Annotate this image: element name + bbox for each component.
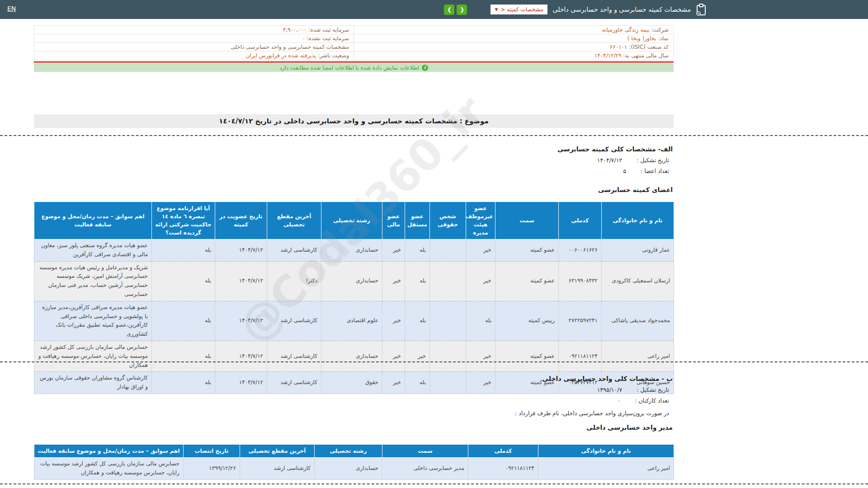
chevron-down-icon: ▼ xyxy=(495,7,498,12)
staff-count-value: ۰ xyxy=(618,397,621,404)
manager-row-1: امیر راعی ۰۹۲۱۱۸۱۱۲۴ مدیر حسابرسی داخلی … xyxy=(34,458,674,480)
manager-degree: کارشناسی ارشد xyxy=(240,458,315,480)
member-legal-entity xyxy=(430,261,466,301)
report-type-dropdown[interactable]: مشخصات کمیته < ▼ xyxy=(491,5,547,14)
issuer-status-label: وضعیت ناشر: xyxy=(318,52,349,59)
section-b-title: ب - مشخصات کلی واحد حسابرسی داخلی xyxy=(34,375,674,382)
member-degree: کارشناسی ارشد xyxy=(267,301,321,341)
member-declaration: بله xyxy=(152,301,215,341)
member-row-3: محمدجواد صدیقی پاشاکی ۲۷۲۲۵۹۷۲۴۱ رییس کم… xyxy=(34,301,674,341)
company-info-table: شرکت:بیمه زندگی خاورمیانه سرمایه ثبت شده… xyxy=(34,25,674,60)
outsourcing-label: در صورت برون‌سپاری واحد حسابرسی داخلی، ن… xyxy=(515,410,669,417)
member-date: ۱۴۰۴/۷/۱۲ xyxy=(215,341,267,371)
member-field: حسابداری xyxy=(321,261,382,301)
topbar-cluster: مشخصات کمیته حسابرسی و واحد حسابرسی داخل… xyxy=(444,0,706,19)
member-field: علوم اقتصادی xyxy=(321,301,382,341)
member-fullname: ارسلان اسمعیلی کاکرودی xyxy=(602,261,674,301)
unit-formation-date: تاریخ تشکیل : ۱۳۹۵/۱۰/۷ xyxy=(34,386,674,393)
manager-background: حسابرس مالی سازمان بازرسی کل کشور ارشد م… xyxy=(34,458,184,480)
top-navigation-bar: EN مشخصات کمیته حسابرسی و واحد حسابرسی د… xyxy=(0,0,868,19)
member-position: عضو کمیته xyxy=(495,341,559,371)
unit-staff-count: تعداد کارکنان : ۰ xyxy=(34,397,674,404)
member-legal-entity xyxy=(430,341,466,371)
committee-member-count: تعداد اعضا : ۵ xyxy=(34,168,674,174)
col-header-fullname: نام و نام خانوادگی xyxy=(538,445,674,458)
member-financial: خیر xyxy=(382,301,405,341)
members-header-row: نام و نام خانوادگی کدملی سمت عضو غیرموظف… xyxy=(34,202,674,239)
section-a-title: الف- مشخصات کلی کمیته حسابرسی xyxy=(34,145,674,153)
report-name-cell: مشخصات کمیته حسابرسی و واحد حسابرسی داخل… xyxy=(34,43,354,52)
member-row-1: عمار قارونی ۰۰۶۰۰۶۱۶۲۶ عضو کمیته خیر بله… xyxy=(34,239,674,262)
fiscal-year-label: سال مالی منتهی به: xyxy=(623,52,669,59)
previous-report-button[interactable]: ❮ xyxy=(444,5,454,15)
member-degree: کارشناسی ارشد xyxy=(267,239,321,262)
col-header-fullname: نام و نام خانوادگی xyxy=(602,202,674,239)
col-header-last-degree: آخرین مقطع تحصیلی xyxy=(267,202,321,239)
member-background: عضو هیات مدیره صرافی کارآفرین،مدیر مبارز… xyxy=(34,301,152,341)
col-header-independent-member: عضو مستقل xyxy=(405,202,430,239)
registered-capital-value: ۳,۹۰۰,۰۰۰ xyxy=(283,27,309,33)
manager-national-id: ۰۹۲۱۱۸۱۱۲۴ xyxy=(468,458,538,480)
manager-fullname: امیر راعی xyxy=(538,458,674,480)
outsourcing-line: در صورت برون‌سپاری واحد حسابرسی داخلی، ن… xyxy=(34,410,674,417)
member-degree: کارشناسی ارشد xyxy=(267,341,321,371)
info-row: نماد:بخاور( وبخا ) سرمایه ثبت نشده:۰ xyxy=(34,34,674,43)
unregistered-capital-label: سرمایه ثبت نشده: xyxy=(307,35,349,42)
col-header-national-id: کدملی xyxy=(468,445,538,458)
col-header-declaration: آیا اقرارنامه موضوع تبصره ٦ ماده ١٤ حاکم… xyxy=(152,202,215,239)
formation-date-label: تاریخ تشکیل : xyxy=(637,157,669,164)
member-fullname: امیر راعی xyxy=(602,341,674,371)
clipboard-icon xyxy=(696,4,706,15)
member-nonexec: خیر xyxy=(466,341,495,371)
member-field: حسابداری xyxy=(321,239,382,262)
signature-match-notice: i اطلاعات نمایش داده شده با اطلاعات امضا… xyxy=(34,63,674,72)
member-independent: بله xyxy=(405,261,430,301)
member-fullname: عمار قارونی xyxy=(602,239,674,262)
member-background: عضو هیات مدیره گروه صنعتی پلور سبز، معاو… xyxy=(34,239,152,262)
col-header-nonexec-board-member: عضو غیرموظف هیئت مدیره xyxy=(466,202,495,239)
company-cell: شرکت:بیمه زندگی خاورمیانه xyxy=(354,26,674,34)
member-date: ۱۴۰۴/۷/۱۲ xyxy=(215,239,267,262)
info-row: شرکت:بیمه زندگی خاورمیانه سرمایه ثبت شده… xyxy=(34,26,674,34)
formation-date-value: ۱۴۰۴/۷/۱۲ xyxy=(597,157,622,164)
col-header-national-id: کدملی xyxy=(559,202,602,239)
unit-formation-value: ۱۳۹۵/۱۰/۷ xyxy=(597,386,622,393)
member-date: ۱۴۰۴/۷/۱۲ xyxy=(215,301,267,341)
member-count-label: تعداد اعضا : xyxy=(641,168,669,174)
member-declaration: بله xyxy=(152,239,215,262)
subject-band: موضوع : مشخصات کمیته حسابرسی و واحد حساب… xyxy=(34,114,674,128)
member-position: عضو کمیته xyxy=(495,239,559,262)
info-icon: i xyxy=(422,65,428,71)
member-background: شریک و مدیرعامل و رئیس هیات مدیره موسسه … xyxy=(34,261,152,301)
symbol-value: بخاور( وبخا ) xyxy=(627,35,658,42)
member-position: رییس کمیته xyxy=(495,301,559,341)
language-switch-link[interactable]: EN xyxy=(7,5,16,12)
col-header-membership-date: تاریخ عضویت در کمیته xyxy=(215,202,267,239)
col-header-last-degree: آخرین مقطع تحصیلی xyxy=(240,445,315,458)
next-report-button[interactable]: ❯ xyxy=(457,5,467,15)
member-financial: خیر xyxy=(382,261,405,301)
isic-value: ۶۶۰۱۰۱ xyxy=(610,44,629,50)
staff-count-label: تعداد کارکنان : xyxy=(635,397,669,404)
member-financial: خیر xyxy=(382,239,405,262)
unregistered-capital-value: ۰ xyxy=(302,35,307,42)
unregistered-capital-cell: سرمایه ثبت نشده:۰ xyxy=(34,34,354,43)
issuer-status-value: پذیرفته شده در فرابورس ایران xyxy=(246,52,318,59)
report-type-dropdown-label: مشخصات کمیته < xyxy=(500,6,543,13)
member-count-value: ۵ xyxy=(623,168,626,174)
members-table-caption: اعضای کمیته حسابرسی xyxy=(34,186,674,193)
report-name-label: مشخصات کمیته حسابرسی و واحد حسابرسی داخل… xyxy=(231,44,349,50)
section-a: الف- مشخصات کلی کمیته حسابرسی تاریخ تشکی… xyxy=(34,145,674,193)
member-fullname: محمدجواد صدیقی پاشاکی xyxy=(602,301,674,341)
member-national-id: ۲۷۲۲۵۹۷۲۴۱ xyxy=(559,301,602,341)
internal-audit-manager-table: نام و نام خانوادگی کدملی سمت رشته تحصیلی… xyxy=(34,444,674,480)
member-national-id: ۶۳۱۹۹۰۸۴۳۲ xyxy=(559,261,602,301)
manager-position: مدیر حسابرسی داخلی xyxy=(382,458,468,480)
registered-capital-label: سرمایه ثبت شده: xyxy=(308,27,349,33)
page-title: مشخصات کمیته حسابرسی و واحد حسابرسی داخل… xyxy=(553,6,691,13)
dashed-divider xyxy=(0,361,868,362)
member-national-id: ۰۰۶۰۰۶۱۶۲۶ xyxy=(559,239,602,262)
codal-disclosure-page: { "colors": { "topbar_bg": "#3d5661", "t… xyxy=(0,0,868,488)
red-divider xyxy=(34,61,674,63)
manager-date: ۱۳۹۹/۱۲/۲۶ xyxy=(184,458,240,480)
